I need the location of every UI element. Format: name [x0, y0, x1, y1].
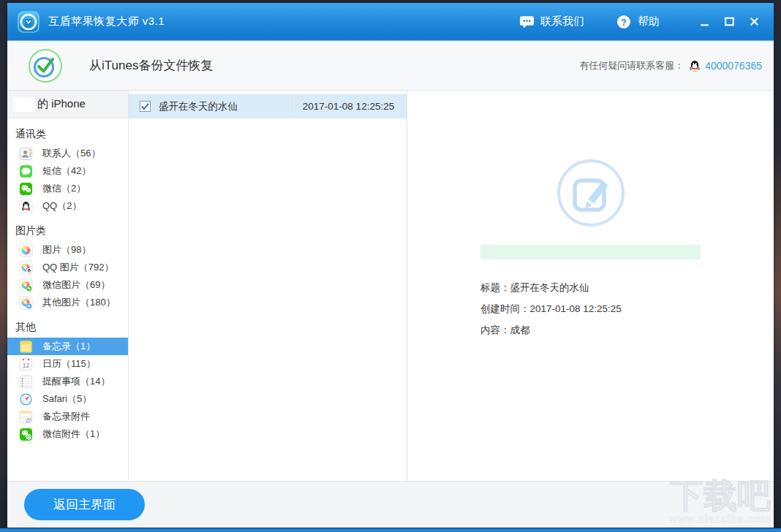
- help-button[interactable]: ? 帮助: [616, 15, 660, 29]
- close-button[interactable]: [744, 12, 763, 31]
- censored-name-box: [13, 97, 35, 112]
- photos-icon: [19, 243, 33, 257]
- sidebar-item-label: Safari（5）: [42, 392, 91, 406]
- chat-bubble-icon: [519, 15, 535, 29]
- sidebar-item-label: 备忘录（1）: [42, 340, 95, 353]
- back-to-main-button[interactable]: 返回主界面: [24, 489, 145, 520]
- sidebar-item-photos[interactable]: 图片（98）: [7, 241, 128, 259]
- calendar-icon: 12: [19, 357, 33, 371]
- wechat-icon: [19, 182, 33, 196]
- app-title: 互盾苹果恢复大师 v3.1: [48, 15, 165, 28]
- notes-icon: [19, 340, 33, 354]
- sidebar-item-other-photos[interactable]: 其他图片（180）: [7, 294, 128, 311]
- note-highlight-bar: [480, 245, 701, 259]
- detail-field-title: 标题：盛开在冬天的水仙: [480, 277, 701, 298]
- wechat-photos-icon: [19, 278, 33, 292]
- sidebar-item-label: 备忘录附件: [42, 410, 90, 423]
- page-header: 从iTunes备份文件恢复 有任何疑问请联系客服： 4000076365: [7, 41, 774, 91]
- sidebar-item-wechat-photos[interactable]: 微信图片（69）: [7, 276, 128, 294]
- device-name-label: 的 iPhone: [37, 97, 86, 111]
- sidebar-item-label: 提醒事项（14）: [42, 375, 110, 388]
- minimize-button[interactable]: [695, 12, 714, 31]
- list-row-title: 盛开在冬天的水仙: [159, 100, 290, 113]
- sidebar-item-label: 微信（2）: [42, 182, 86, 195]
- sidebar-item-wechat-attachment[interactable]: 微信附件（1）: [7, 425, 128, 443]
- detail-field-value: 2017-01-08 12:25:25: [530, 303, 622, 314]
- detail-field-value: 成都: [510, 324, 530, 335]
- list-row-date: 2017-01-08 12:25:25: [290, 94, 407, 118]
- note-detail-fields: 标题：盛开在冬天的水仙 创建时间：2017-01-08 12:25:25 内容：…: [480, 277, 701, 341]
- help-label: 帮助: [638, 15, 660, 28]
- list-row[interactable]: 盛开在冬天的水仙 2017-01-08 12:25:25: [129, 94, 407, 118]
- app-window: 互盾苹果恢复大师 v3.1 联系我们 ? 帮助: [7, 3, 774, 528]
- sidebar-item-label: 日历（115）: [42, 357, 96, 370]
- sidebar-item-safari[interactable]: Safari（5）: [7, 390, 128, 408]
- wechat-attachment-icon: [19, 428, 33, 441]
- sidebar-item-notes-attachment[interactable]: 备忘录附件: [7, 408, 128, 425]
- bottom-bar: 返回主界面: [7, 481, 774, 528]
- detail-field-label: 标题：: [480, 282, 510, 293]
- detail-field-label: 内容：: [480, 324, 510, 335]
- qq-penguin-icon: [688, 59, 701, 72]
- device-name-row[interactable]: 的 iPhone: [7, 91, 128, 118]
- contact-us-button[interactable]: 联系我们: [519, 15, 584, 29]
- sidebar-item-label: 微信附件（1）: [42, 428, 105, 441]
- safari-icon: [19, 392, 33, 406]
- sidebar-item-contacts[interactable]: 联系人（56）: [7, 145, 128, 162]
- sidebar-item-notes[interactable]: 备忘录（1）: [7, 338, 128, 355]
- recovery-check-icon: [28, 48, 63, 83]
- question-mark-icon: ?: [616, 15, 632, 29]
- sidebar-item-label: 联系人（56）: [42, 147, 100, 160]
- title-bar: 互盾苹果恢复大师 v3.1 联系我们 ? 帮助: [7, 3, 774, 41]
- support-qq-number[interactable]: 4000076365: [705, 60, 762, 72]
- sidebar-item-qq-photos[interactable]: QQ 图片（792）: [7, 259, 128, 276]
- page-title: 从iTunes备份文件恢复: [89, 57, 213, 74]
- contacts-icon: [19, 147, 33, 161]
- detail-field-created: 创建时间：2017-01-08 12:25:25: [480, 298, 701, 319]
- sidebar-item-label: 图片（98）: [42, 243, 91, 256]
- notes-list: 盛开在冬天的水仙 2017-01-08 12:25:25: [129, 91, 407, 481]
- category-sidebar: 的 iPhone 通讯类联系人（56）短信（42）微信（2）QQ（2）图片类图片…: [7, 91, 129, 481]
- sidebar-section-title: 图片类: [15, 224, 128, 238]
- sidebar-section-title: 通讯类: [15, 128, 128, 141]
- detail-field-value: 盛开在冬天的水仙: [510, 282, 589, 293]
- sidebar-sections: 通讯类联系人（56）短信（42）微信（2）QQ（2）图片类图片（98）QQ 图片…: [7, 128, 128, 443]
- reminders-icon: [19, 375, 33, 389]
- sidebar-item-label: QQ 图片（792）: [42, 261, 114, 274]
- messages-icon: [19, 164, 33, 178]
- qq-icon: [19, 200, 33, 213]
- support-text: 有任何疑问请联系客服：: [579, 59, 684, 72]
- sidebar-item-label: 其他图片（180）: [42, 296, 116, 309]
- notes-attachment-icon: [19, 410, 33, 424]
- taskbar-edge: [0, 528, 781, 532]
- sidebar-item-qq[interactable]: QQ（2）: [7, 197, 128, 215]
- sidebar-item-reminders[interactable]: 提醒事项（14）: [7, 373, 128, 390]
- sidebar-item-calendar[interactable]: 12日历（115）: [7, 355, 128, 373]
- sidebar-item-messages[interactable]: 短信（42）: [7, 162, 128, 180]
- support-info: 有任何疑问请联系客服： 4000076365: [579, 59, 762, 72]
- maximize-button[interactable]: [720, 12, 739, 31]
- svg-text:12: 12: [23, 361, 30, 368]
- sidebar-section-title: 其他: [15, 321, 128, 334]
- note-compose-icon: [556, 158, 626, 228]
- sidebar-item-label: QQ（2）: [42, 200, 81, 213]
- sidebar-item-label: 微信图片（69）: [42, 278, 110, 292]
- content-area: 的 iPhone 通讯类联系人（56）短信（42）微信（2）QQ（2）图片类图片…: [7, 91, 774, 481]
- qq-photos-icon: [19, 261, 33, 275]
- row-checkbox[interactable]: [140, 101, 151, 112]
- app-logo-icon: [18, 11, 39, 33]
- detail-field-label: 创建时间：: [480, 303, 530, 314]
- contact-us-label: 联系我们: [540, 15, 584, 28]
- svg-text:?: ?: [621, 17, 626, 27]
- note-detail-panel: 标题：盛开在冬天的水仙 创建时间：2017-01-08 12:25:25 内容：…: [407, 91, 774, 481]
- detail-field-content: 内容：成都: [480, 319, 701, 341]
- sidebar-item-label: 短信（42）: [42, 164, 91, 178]
- other-photos-icon: [19, 296, 33, 310]
- sidebar-item-wechat[interactable]: 微信（2）: [7, 180, 128, 197]
